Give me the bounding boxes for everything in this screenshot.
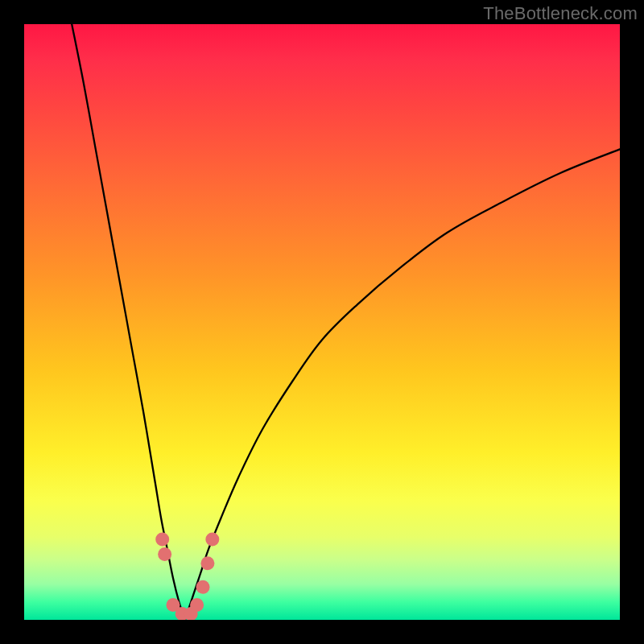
optimal-marker (200, 556, 214, 570)
optimal-marker (190, 598, 204, 612)
plot-area (24, 24, 620, 620)
curve-layer (24, 24, 620, 620)
optimal-marker (196, 580, 210, 594)
optimal-markers (155, 533, 219, 620)
curve-right-branch (185, 149, 620, 620)
optimal-marker (155, 533, 169, 547)
optimal-marker (205, 533, 219, 547)
curve-left-branch (72, 24, 185, 620)
watermark-text: TheBottleneck.com (483, 3, 638, 24)
chart-frame: TheBottleneck.com (0, 0, 644, 644)
optimal-marker (158, 547, 171, 561)
